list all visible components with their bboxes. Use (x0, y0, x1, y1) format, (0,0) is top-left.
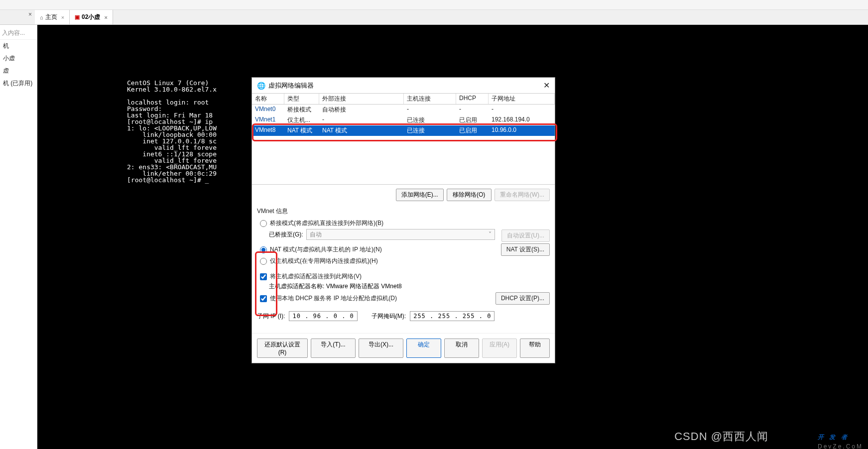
tab-home-label: 主页 (45, 13, 57, 21)
vm-console[interactable]: CentOS Linux 7 (Core) Kernel 3.10.0-862.… (37, 25, 868, 449)
ok-button[interactable]: 确定 (406, 338, 441, 358)
bridge-to-label: 已桥接至(G): (269, 230, 303, 239)
col-name[interactable]: 名称 (252, 94, 284, 104)
remove-network-button[interactable]: 移除网络(O) (447, 189, 492, 201)
chevron-down-icon: ˅ (489, 231, 492, 238)
dhcp-settings-button[interactable]: DHCP 设置(P)... (496, 292, 550, 305)
help-button[interactable]: 帮助 (520, 338, 550, 358)
network-table: 名称 类型 外部连接 主机连接 DHCP 子网地址 VMnet0 桥接模式 自动… (252, 93, 555, 185)
subnet-ip-input[interactable]: 10 . 96 . 0 . 0 (289, 311, 357, 321)
sidebar-item[interactable]: 机 (0, 40, 37, 52)
virtual-network-editor-dialog: 🌐 虚拟网络编辑器 ✕ 名称 类型 外部连接 主机连接 DHCP 子网地址 VM… (251, 77, 555, 363)
tab-vm-close-icon[interactable]: × (102, 14, 107, 20)
side-panel-close-area: × (0, 10, 35, 25)
sidebar-item[interactable]: 虚 (0, 65, 37, 77)
import-button[interactable]: 导入(T)... (311, 338, 356, 358)
tab-home-close-icon[interactable]: × (59, 14, 64, 20)
col-ext-conn[interactable]: 外部连接 (319, 94, 404, 104)
add-network-button[interactable]: 添加网络(E)... (396, 189, 444, 201)
sidebar: 入内容... 机 小虚 虚 机 (已弃用) (0, 25, 37, 449)
use-dhcp-label: 使用本地 DHCP 服务将 IP 地址分配给虚拟机(D) (270, 294, 397, 303)
home-icon: ⌂ (40, 14, 43, 20)
nat-settings-button[interactable]: NAT 设置(S)... (501, 243, 550, 256)
app-toolbar (0, 0, 868, 10)
nat-mode-label: NAT 模式(与虚拟机共享主机的 IP 地址)(N) (270, 245, 382, 254)
hostonly-mode-radio[interactable] (260, 258, 267, 265)
network-table-header: 名称 类型 外部连接 主机连接 DHCP 子网地址 (252, 94, 555, 105)
host-adapter-name-label: 主机虚拟适配器名称: VMware 网络适配器 VMnet8 (269, 282, 402, 291)
export-button[interactable]: 导出(X)... (359, 338, 403, 358)
col-subnet[interactable]: 子网地址 (489, 94, 555, 104)
nat-mode-radio[interactable] (260, 246, 267, 253)
bridge-to-combo[interactable]: 自动˅ (306, 229, 495, 240)
csdn-watermark: CSDN @西西人闻 (674, 429, 768, 444)
tabs-bar: × ⌂ 主页 × ▣ 02小虚 × (0, 10, 868, 25)
cancel-button[interactable]: 取消 (444, 338, 479, 358)
hostonly-mode-label: 仅主机模式(在专用网络内连接虚拟机)(H) (270, 257, 378, 265)
auto-settings-button: 自动设置(U)... (501, 229, 550, 242)
tab-home[interactable]: ⌂ 主页 × (35, 10, 70, 24)
use-dhcp-checkbox[interactable] (260, 295, 267, 302)
subnet-mask-input[interactable]: 255 . 255 . 255 . 0 (410, 311, 495, 321)
subnet-ip-label: 子网 IP (I): (257, 312, 285, 321)
side-panel-close-icon[interactable]: × (25, 10, 35, 19)
vm-icon: ▣ (75, 14, 80, 20)
bridge-mode-label: 桥接模式(将虚拟机直接连接到外部网络)(B) (270, 219, 383, 227)
globe-icon: 🌐 (257, 82, 265, 90)
col-type[interactable]: 类型 (284, 94, 319, 104)
restore-defaults-button[interactable]: 还原默认设置(R) (257, 338, 308, 358)
network-row-vmnet1[interactable]: VMnet1 仅主机... - 已连接 已启用 192.168.194.0 (252, 115, 555, 125)
bridge-mode-radio[interactable] (260, 220, 267, 227)
network-row-vmnet8[interactable]: VMnet8 NAT 模式 NAT 模式 已连接 已启用 10.96.0.0 (252, 125, 555, 136)
rename-network-button: 重命名网络(W)... (495, 189, 550, 201)
sidebar-item[interactable]: 机 (已弃用) (0, 77, 37, 90)
col-host-conn[interactable]: 主机连接 (404, 94, 456, 104)
tab-vm[interactable]: ▣ 02小虚 × (70, 10, 113, 24)
apply-button: 应用(A) (482, 338, 517, 358)
network-row-vmnet0[interactable]: VMnet0 桥接模式 自动桥接 - - - (252, 105, 555, 115)
subnet-mask-label: 子网掩码(M): (372, 312, 406, 321)
dialog-close-icon[interactable]: ✕ (543, 81, 550, 90)
tab-vm-label: 02小虚 (82, 13, 100, 21)
terminal-output: CentOS Linux 7 (Core) Kernel 3.10.0-862.… (127, 80, 217, 183)
sidebar-search[interactable]: 入内容... (0, 27, 37, 40)
devze-watermark: 开 发 者 DevZe.CoM (818, 425, 863, 449)
col-dhcp[interactable]: DHCP (456, 94, 489, 104)
sidebar-item[interactable]: 小虚 (0, 52, 37, 65)
vmnet-info-title: VMnet 信息 (252, 205, 555, 218)
connect-host-adapter-checkbox[interactable] (260, 273, 267, 280)
connect-host-adapter-label: 将主机虚拟适配器连接到此网络(V) (270, 272, 362, 281)
dialog-title: 虚拟网络编辑器 (268, 81, 543, 90)
